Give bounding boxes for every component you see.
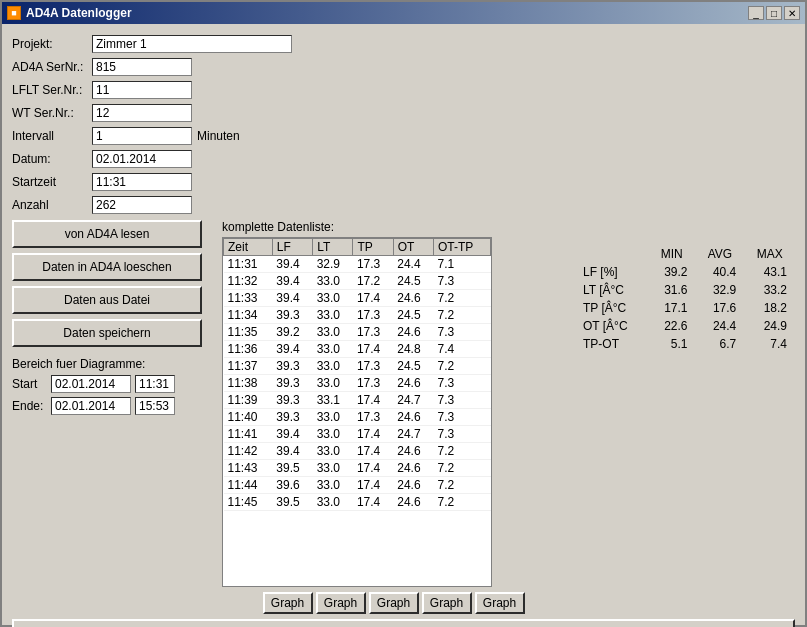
table-cell: 39.6 — [272, 477, 312, 494]
table-cell: 39.4 — [272, 290, 312, 307]
table-cell: 11:36 — [224, 341, 273, 358]
stats-col-header: MIN — [648, 245, 695, 263]
intervall-input[interactable] — [92, 127, 192, 145]
table-cell: 11:43 — [224, 460, 273, 477]
table-cell: 39.5 — [272, 460, 312, 477]
stats-col-header — [575, 245, 648, 263]
bereich-section: Bereich fuer Diagramme: Start Ende: — [12, 357, 212, 415]
table-cell: 39.5 — [272, 494, 312, 511]
lflt-label: LFLT Ser.Nr.: — [12, 83, 87, 97]
intervall-suffix: Minuten — [197, 129, 240, 143]
stats-cell: 24.4 — [696, 317, 745, 335]
table-row: 11:3439.333.017.324.57.2 — [224, 307, 491, 324]
graph-button-3[interactable]: Graph — [369, 592, 419, 614]
table-cell: 11:32 — [224, 273, 273, 290]
close-window-button[interactable]: Fenster schliessen — [12, 619, 795, 627]
bereich-start-date[interactable] — [51, 375, 131, 393]
table-row: 11:4539.533.017.424.67.2 — [224, 494, 491, 511]
lflt-input[interactable] — [92, 81, 192, 99]
table-cell: 39.3 — [272, 375, 312, 392]
table-cell: 39.3 — [272, 409, 312, 426]
bereich-ende-time[interactable] — [135, 397, 175, 415]
von-ad4a-button[interactable]: von AD4A lesen — [12, 220, 202, 248]
table-cell: 11:41 — [224, 426, 273, 443]
table-cell: 7.3 — [433, 409, 490, 426]
anzahl-input[interactable] — [92, 196, 192, 214]
graph-button-2[interactable]: Graph — [316, 592, 366, 614]
table-cell: 33.0 — [313, 273, 353, 290]
main-content: Projekt: AD4A SerNr.: LFLT Ser.Nr.: WT S… — [2, 24, 805, 627]
table-row: 11:3539.233.017.324.67.3 — [224, 324, 491, 341]
table-cell: 17.4 — [353, 494, 393, 511]
table-cell: 33.0 — [313, 375, 353, 392]
close-button[interactable]: ✕ — [784, 6, 800, 20]
table-cell: 17.3 — [353, 256, 393, 273]
table-row: 11:3939.333.117.424.77.3 — [224, 392, 491, 409]
graph-button-1[interactable]: Graph — [263, 592, 313, 614]
stats-cell: 33.2 — [744, 281, 795, 299]
table-cell: 7.2 — [433, 358, 490, 375]
table-col-header: TP — [353, 239, 393, 256]
stats-cell: 18.2 — [744, 299, 795, 317]
table-cell: 17.2 — [353, 273, 393, 290]
table-cell: 17.3 — [353, 358, 393, 375]
stats-cell: TP [Â°C — [575, 299, 648, 317]
stats-col-header: AVG — [696, 245, 745, 263]
table-cell: 33.1 — [313, 392, 353, 409]
stats-cell: 40.4 — [696, 263, 745, 281]
table-cell: 33.0 — [313, 290, 353, 307]
table-cell: 11:42 — [224, 443, 273, 460]
table-row: 11:3239.433.017.224.57.3 — [224, 273, 491, 290]
maximize-button[interactable]: □ — [766, 6, 782, 20]
datenliste-scroll[interactable]: ZeitLFLTTPOTOT-TP 11:3139.432.917.324.47… — [222, 237, 492, 587]
daten-speichern-button[interactable]: Daten speichern — [12, 319, 202, 347]
table-cell: 7.3 — [433, 273, 490, 290]
form-section: Projekt: AD4A SerNr.: LFLT Ser.Nr.: WT S… — [12, 34, 795, 215]
table-cell: 17.3 — [353, 409, 393, 426]
graph-button-4[interactable]: Graph — [422, 592, 472, 614]
startzeit-row: Startzeit — [12, 172, 795, 192]
table-cell: 33.0 — [313, 307, 353, 324]
table-cell: 33.0 — [313, 426, 353, 443]
table-cell: 7.3 — [433, 324, 490, 341]
table-cell: 24.6 — [393, 324, 433, 341]
projekt-input[interactable] — [92, 35, 292, 53]
intervall-row: Intervall Minuten — [12, 126, 795, 146]
table-cell: 24.6 — [393, 477, 433, 494]
ad4a-input[interactable] — [92, 58, 192, 76]
bereich-start-time[interactable] — [135, 375, 175, 393]
datum-input[interactable] — [92, 150, 192, 168]
startzeit-input[interactable] — [92, 173, 192, 191]
table-cell: 24.6 — [393, 460, 433, 477]
table-cell: 39.4 — [272, 341, 312, 358]
table-cell: 24.5 — [393, 358, 433, 375]
stats-col-header: MAX — [744, 245, 795, 263]
table-row: 11:4239.433.017.424.67.2 — [224, 443, 491, 460]
table-cell: 17.4 — [353, 426, 393, 443]
table-header-row: ZeitLFLTTPOTOT-TP — [224, 239, 491, 256]
table-row: 11:3639.433.017.424.87.4 — [224, 341, 491, 358]
daten-datei-button[interactable]: Daten aus Datei — [12, 286, 202, 314]
bereich-ende-label: Ende: — [12, 399, 47, 413]
minimize-button[interactable]: _ — [748, 6, 764, 20]
bereich-start-label: Start — [12, 377, 47, 391]
table-cell: 24.7 — [393, 392, 433, 409]
stats-cell: 32.9 — [696, 281, 745, 299]
stats-cell: 17.6 — [696, 299, 745, 317]
stats-cell: 24.9 — [744, 317, 795, 335]
graph-buttons-container: GraphGraphGraphGraphGraph — [222, 592, 565, 614]
table-cell: 24.6 — [393, 494, 433, 511]
stats-cell: 5.1 — [648, 335, 695, 353]
table-cell: 17.3 — [353, 307, 393, 324]
graph-button-5[interactable]: Graph — [475, 592, 525, 614]
bereich-ende-date[interactable] — [51, 397, 131, 415]
daten-loeschen-button[interactable]: Daten in AD4A loeschen — [12, 253, 202, 281]
table-cell: 11:34 — [224, 307, 273, 324]
wt-input[interactable] — [92, 104, 192, 122]
table-cell: 7.2 — [433, 460, 490, 477]
ad4a-label: AD4A SerNr.: — [12, 60, 87, 74]
table-row: 11:3339.433.017.424.67.2 — [224, 290, 491, 307]
stats-table: MINAVGMAX LF [%]39.240.443.1LT [Â°C31.63… — [575, 245, 795, 353]
stats-cell: 39.2 — [648, 263, 695, 281]
stats-cell: LF [%] — [575, 263, 648, 281]
